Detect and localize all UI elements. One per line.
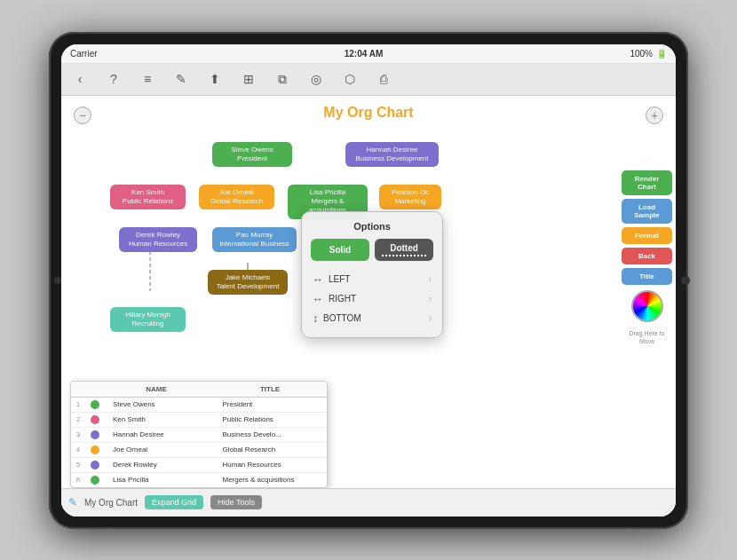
toolbar: ‹ ? ≡ ✎ ⬆ ⊞ ⧉ ◎ ⬡ ⎙ <box>61 64 676 96</box>
battery-icon: 🔋 <box>656 49 667 59</box>
row-name: Hannah Desiree <box>107 428 218 441</box>
bottom-bar: ✎ My Org Chart Expand Grid Hide Tools <box>61 488 676 517</box>
table-row[interactable]: 3 Hannah Desiree Business Develo... <box>71 428 327 443</box>
list-button[interactable]: ≡ <box>136 67 159 91</box>
row-title: Public Relations <box>218 413 328 426</box>
camera <box>54 277 61 284</box>
left-arrow-icon: ↔ <box>313 273 323 286</box>
chart-name-label: My Org Chart <box>84 498 138 508</box>
tablet-inner: Carrier 12:04 AM 100% 🔋 ‹ ? ≡ ✎ ⬆ ⊞ ⧉ ◎ … <box>61 44 676 517</box>
drag-hint: Drag Here to Move <box>622 327 672 347</box>
node-steve-owens[interactable]: Steve OwensPresident <box>212 142 292 168</box>
format-button[interactable]: Format <box>622 227 672 244</box>
color-wheel-button[interactable] <box>631 290 663 322</box>
expand-grid-button[interactable]: Expand Grid <box>145 495 203 509</box>
help-button[interactable]: ? <box>102 67 125 91</box>
direction-bottom-label: BOTTOM <box>323 313 361 323</box>
edit-icon-bottom: ✎ <box>68 496 77 509</box>
table-row[interactable]: 2 Ken Smith Public Relations <box>71 413 327 428</box>
row-number: 1 <box>71 398 85 411</box>
node-jake-michaels[interactable]: Jake MichaelsTalent Development <box>208 270 288 296</box>
row-name: Derek Rowley <box>107 458 218 471</box>
row-name: Joe Orneal <box>107 443 218 456</box>
node-hannah-desiree[interactable]: Hannah DesireeBusiness Development <box>345 142 439 168</box>
right-chevron-icon: › <box>429 294 432 304</box>
direction-right[interactable]: ↔ RIGHT › <box>311 289 433 309</box>
zoom-plus-button[interactable]: + <box>646 106 663 124</box>
row-number: 3 <box>71 428 85 441</box>
copy-button[interactable]: ⧉ <box>271 67 294 91</box>
row-name: Lisa Pricilla <box>107 473 218 486</box>
back-button-right[interactable]: Back <box>622 248 672 264</box>
options-title: Options <box>311 221 433 232</box>
node-pearson[interactable]: Pearson OcMarketing <box>379 185 441 210</box>
row-title: Human Resources <box>218 458 328 471</box>
grid-col-title: TITLE <box>213 382 327 397</box>
time-display: 12:04 AM <box>345 49 384 59</box>
back-button[interactable]: ‹ <box>68 67 91 91</box>
grid-header: NAME TITLE <box>71 382 327 398</box>
title-button[interactable]: Title <box>622 268 672 285</box>
node-ken-smith[interactable]: Ken SmithPublic Relations <box>110 185 186 210</box>
node-pao-murray[interactable]: Pao MurrayInternational Business <box>212 227 297 253</box>
row-title: Business Develo... <box>218 428 328 441</box>
node-hillary-monigh[interactable]: Hillary MonighRecruiting <box>110 307 186 333</box>
direction-left-label: LEFT <box>329 274 350 284</box>
data-grid: NAME TITLE 1 Steve Owens President 2 Ken… <box>70 381 328 488</box>
hide-tools-button[interactable]: Hide Tools <box>210 495 262 509</box>
row-title: Mergers & acquisitions <box>218 473 328 486</box>
print-button[interactable]: ⎙ <box>372 67 395 91</box>
tag-button[interactable]: ⬡ <box>338 67 361 91</box>
camera-button[interactable]: ◎ <box>305 67 328 91</box>
row-number: 2 <box>71 413 85 426</box>
share-button[interactable]: ⬆ <box>203 67 226 91</box>
bottom-chevron-icon: › <box>429 313 432 323</box>
carrier-label: Carrier <box>70 49 98 59</box>
zoom-minus-button[interactable]: − <box>74 106 91 124</box>
solid-style-button[interactable]: Solid <box>311 239 369 261</box>
home-button[interactable] <box>681 276 690 285</box>
tablet-shell: Carrier 12:04 AM 100% 🔋 ‹ ? ≡ ✎ ⬆ ⊞ ⧉ ◎ … <box>49 32 688 529</box>
render-chart-button[interactable]: Render Chart <box>622 170 672 195</box>
row-number: 5 <box>71 458 85 471</box>
edit-button[interactable]: ✎ <box>170 67 193 91</box>
row-title: Global Research <box>218 443 328 456</box>
direction-right-label: RIGHT <box>329 294 356 304</box>
direction-left[interactable]: ↔ LEFT › <box>311 270 433 289</box>
load-sample-button[interactable]: Load Sample <box>622 199 672 224</box>
main-content: My Org Chart − + Ste <box>61 96 676 517</box>
screen: Carrier 12:04 AM 100% 🔋 ‹ ? ≡ ✎ ⬆ ⊞ ⧉ ◎ … <box>61 44 676 517</box>
chart-title: My Org Chart <box>79 105 658 121</box>
table-row[interactable]: 4 Joe Orneal Global Research <box>71 443 327 458</box>
row-title: President <box>218 398 328 411</box>
node-joe-orneal[interactable]: Joe OrnealGlobal Research <box>199 185 274 210</box>
row-number: 4 <box>71 443 85 456</box>
battery-percent: 100% <box>630 49 653 59</box>
row-name: Steve Owens <box>107 398 218 411</box>
node-derek-rowley[interactable]: Derek RowleyHuman Resources <box>119 227 197 253</box>
options-panel: Options Solid Dotted ↔ LEFT › <box>301 211 443 338</box>
grid-col-name: NAME <box>99 382 213 397</box>
style-buttons: Solid Dotted <box>311 239 433 261</box>
battery-info: 100% 🔋 <box>630 49 667 59</box>
bottom-arrow-icon: ↕ <box>313 312 318 325</box>
table-row[interactable]: 5 Derek Rowley Human Resources <box>71 458 327 473</box>
right-panel: Render Chart Load Sample Format Back Tit… <box>618 167 676 351</box>
row-number: 6 <box>71 473 85 486</box>
right-arrow-icon: ↔ <box>313 293 323 305</box>
left-chevron-icon: › <box>429 274 432 284</box>
row-name: Ken Smith <box>107 413 218 426</box>
grid-button[interactable]: ⊞ <box>237 67 260 91</box>
table-row[interactable]: 6 Lisa Pricilla Mergers & acquisitions <box>71 473 327 487</box>
status-bar: Carrier 12:04 AM 100% 🔋 <box>61 44 676 64</box>
direction-bottom[interactable]: ↕ BOTTOM › <box>311 309 433 328</box>
table-row[interactable]: 1 Steve Owens President <box>71 398 327 413</box>
dotted-style-button[interactable]: Dotted <box>375 239 433 261</box>
